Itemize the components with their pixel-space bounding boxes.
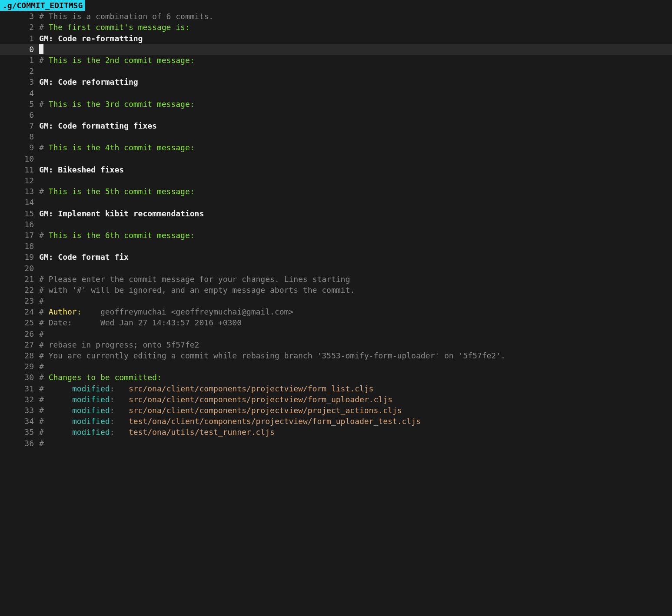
line-content[interactable]: # This is the 3rd commit message: bbox=[39, 99, 672, 109]
editor-line[interactable]: 11GM: Bikeshed fixes bbox=[0, 164, 672, 175]
editor-line[interactable]: 13# This is the 5th commit message: bbox=[0, 186, 672, 197]
editor-line[interactable]: 34# modified: test/ona/client/components… bbox=[0, 416, 672, 427]
line-content[interactable]: GM: Code reformatting bbox=[39, 76, 672, 87]
line-number: 27 bbox=[0, 339, 39, 350]
line-number: 22 bbox=[0, 285, 39, 295]
editor-line[interactable]: 22# with '#' will be ignored, and an emp… bbox=[0, 285, 672, 295]
line-content[interactable]: # bbox=[39, 328, 672, 339]
editor-line[interactable]: 17# This is the 6th commit message: bbox=[0, 230, 672, 241]
editor-line[interactable]: 2# The first commit's message is: bbox=[0, 22, 672, 33]
editor-line[interactable]: 12 bbox=[0, 175, 672, 186]
line-number: 21 bbox=[0, 274, 39, 285]
line-content[interactable]: # bbox=[39, 295, 672, 306]
editor-line[interactable]: 5# This is the 3rd commit message: bbox=[0, 99, 672, 109]
text-span: modified bbox=[72, 427, 110, 437]
text-span: # Date: Wed Jan 27 14:43:57 2016 +0300 bbox=[39, 318, 242, 327]
line-content[interactable]: # modified: src/ona/client/components/pr… bbox=[39, 383, 672, 394]
line-number: 29 bbox=[0, 361, 39, 372]
editor-line[interactable]: 36# bbox=[0, 438, 672, 449]
editor-line[interactable]: 29# bbox=[0, 361, 672, 372]
editor-line[interactable]: 23# bbox=[0, 295, 672, 306]
editor-line[interactable]: 9# This is the 4th commit message: bbox=[0, 142, 672, 153]
editor-line[interactable]: 14 bbox=[0, 197, 672, 208]
line-number: 4 bbox=[0, 88, 39, 99]
line-content[interactable]: # modified: test/ona/client/components/p… bbox=[39, 416, 672, 427]
line-content[interactable]: GM: Code formatting fixes bbox=[39, 120, 672, 131]
text-span: src/ona/client/components/projectview/fo… bbox=[129, 384, 374, 393]
text-span: modified bbox=[72, 417, 110, 426]
line-content[interactable]: # Author: geoffreymuchai <geoffreymuchai… bbox=[39, 306, 672, 317]
line-content[interactable]: # This is the 6th commit message: bbox=[39, 230, 672, 241]
editor-line[interactable]: 20 bbox=[0, 263, 672, 274]
editor-line[interactable]: 16 bbox=[0, 219, 672, 230]
editor-line[interactable]: 1# This is the 2nd commit message: bbox=[0, 55, 672, 66]
line-content[interactable]: # modified: test/ona/utils/test_runner.c… bbox=[39, 427, 672, 437]
text-span bbox=[44, 395, 72, 404]
line-content[interactable]: # modified: src/ona/client/components/pr… bbox=[39, 405, 672, 416]
editor-viewport[interactable]: .g/COMMIT_EDITMSG 3# This is a combinati… bbox=[0, 0, 672, 616]
text-span: # bbox=[39, 329, 44, 338]
line-content[interactable]: GM: Code format fix bbox=[39, 252, 672, 262]
line-content[interactable]: # Please enter the commit message for yo… bbox=[39, 274, 672, 285]
editor-line[interactable]: 7GM: Code formatting fixes bbox=[0, 120, 672, 131]
line-content[interactable]: GM: Code re-formatting bbox=[39, 33, 672, 44]
editor-line[interactable]: 31# modified: src/ona/client/components/… bbox=[0, 383, 672, 394]
line-content[interactable]: # Date: Wed Jan 27 14:43:57 2016 +0300 bbox=[39, 317, 672, 328]
editor-line[interactable]: 10 bbox=[0, 153, 672, 164]
editor-line[interactable]: 35# modified: test/ona/utils/test_runner… bbox=[0, 427, 672, 437]
text-span: # with '#' will be ignored, and an empty… bbox=[39, 285, 355, 295]
editor-line[interactable]: 27# rebase in progress; onto 5f57fe2 bbox=[0, 339, 672, 350]
editor-line[interactable]: 6 bbox=[0, 109, 672, 120]
line-content[interactable]: GM: Implement kibit recommendations bbox=[39, 208, 672, 219]
line-number: 7 bbox=[0, 120, 39, 131]
line-content[interactable]: # This is the 4th commit message: bbox=[39, 142, 672, 153]
text-span: # This is a combination of 6 commits. bbox=[39, 12, 213, 21]
editor-line[interactable]: 2 bbox=[0, 66, 672, 76]
editor-line[interactable]: 8 bbox=[0, 131, 672, 142]
line-content[interactable]: # This is a combination of 6 commits. bbox=[39, 11, 672, 22]
line-content[interactable]: # bbox=[39, 361, 672, 372]
line-content[interactable] bbox=[39, 44, 672, 55]
line-content[interactable]: # The first commit's message is: bbox=[39, 22, 672, 33]
text-span: src/ona/client/components/projectview/fo… bbox=[129, 395, 393, 404]
text-span: # bbox=[39, 384, 44, 393]
editor-buffer[interactable]: 3# This is a combination of 6 commits.2#… bbox=[0, 11, 672, 449]
text-span: : bbox=[110, 395, 129, 404]
text-span: src/ona/client/components/projectview/pr… bbox=[129, 406, 402, 415]
editor-line[interactable]: 32# modified: src/ona/client/components/… bbox=[0, 394, 672, 405]
editor-line[interactable]: 24# Author: geoffreymuchai <geoffreymuch… bbox=[0, 306, 672, 317]
line-content[interactable]: # modified: src/ona/client/components/pr… bbox=[39, 394, 672, 405]
line-content[interactable]: # This is the 5th commit message: bbox=[39, 186, 672, 197]
editor-line[interactable]: 19GM: Code format fix bbox=[0, 252, 672, 262]
line-number: 15 bbox=[0, 208, 39, 219]
text-span: GM: Code format fix bbox=[39, 252, 129, 262]
editor-line[interactable]: 25# Date: Wed Jan 27 14:43:57 2016 +0300 bbox=[0, 317, 672, 328]
line-content[interactable]: # rebase in progress; onto 5f57fe2 bbox=[39, 339, 672, 350]
text-span: test/ona/client/components/projectview/f… bbox=[129, 417, 421, 426]
text-span: # Please enter the commit message for yo… bbox=[39, 275, 350, 284]
editor-line[interactable]: 1GM: Code re-formatting bbox=[0, 33, 672, 44]
editor-line[interactable]: 18 bbox=[0, 241, 672, 252]
editor-line[interactable]: 3GM: Code reformatting bbox=[0, 76, 672, 87]
editor-line[interactable]: 4 bbox=[0, 88, 672, 99]
text-span: GM: Code re-formatting bbox=[39, 34, 143, 43]
line-content[interactable]: # Changes to be committed: bbox=[39, 372, 672, 383]
editor-line[interactable]: 15GM: Implement kibit recommendations bbox=[0, 208, 672, 219]
editor-line[interactable]: 0 bbox=[0, 44, 672, 55]
line-content[interactable]: # You are currently editing a commit whi… bbox=[39, 350, 672, 361]
text-span: This is the 3rd commit message: bbox=[49, 99, 195, 109]
editor-line[interactable]: 21# Please enter the commit message for … bbox=[0, 274, 672, 285]
editor-line[interactable]: 33# modified: src/ona/client/components/… bbox=[0, 405, 672, 416]
line-content[interactable]: GM: Bikeshed fixes bbox=[39, 164, 672, 175]
line-content[interactable]: # with '#' will be ignored, and an empty… bbox=[39, 285, 672, 295]
line-number: 31 bbox=[0, 383, 39, 394]
line-content[interactable]: # This is the 2nd commit message: bbox=[39, 55, 672, 66]
line-content[interactable]: # bbox=[39, 438, 672, 449]
text-span: geoffreymuchai <geoffreymuchai@gmail.com… bbox=[82, 307, 294, 316]
line-number: 25 bbox=[0, 317, 39, 328]
editor-line[interactable]: 28# You are currently editing a commit w… bbox=[0, 350, 672, 361]
editor-line[interactable]: 26# bbox=[0, 328, 672, 339]
text-span: This is the 5th commit message: bbox=[49, 187, 195, 196]
editor-line[interactable]: 3# This is a combination of 6 commits. bbox=[0, 11, 672, 22]
editor-line[interactable]: 30# Changes to be committed: bbox=[0, 372, 672, 383]
